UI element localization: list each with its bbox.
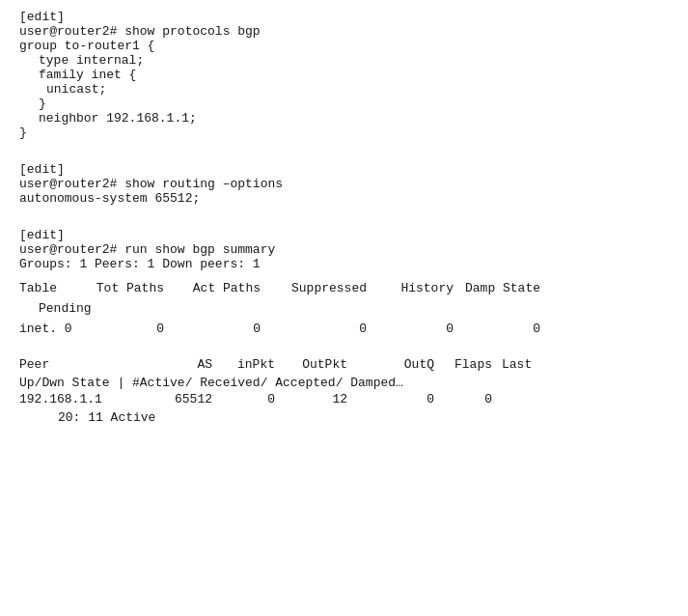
line: user@router2# show protocols bgp [19, 24, 669, 39]
peer-subheader: Up/Dwn State | #Active/ Received/ Accept… [19, 376, 669, 390]
cell-tot: 0 [87, 320, 174, 340]
col-header-inpkt: inPkt [222, 355, 285, 376]
col-header-last: Last [502, 355, 550, 376]
col-header-act: Act Paths [174, 279, 270, 299]
cell-inpkt: 0 [222, 390, 285, 410]
col-header-as: AS [145, 355, 222, 376]
cell-peer: 192.168.1.1 [19, 390, 145, 410]
bgp-summary-table: Table Tot Paths Act Paths Suppressed His… [19, 279, 669, 339]
peer-table: Peer AS inPkt OutPkt OutQ Flaps Last Up/… [19, 355, 669, 425]
cell-outq: 0 [357, 390, 444, 410]
section-bgp-protocols: [edit] user@router2# show protocols bgp … [19, 10, 669, 140]
cell-hist: 0 [376, 320, 463, 340]
col-header-pending: Pending [19, 299, 96, 320]
cell-act: 0 [174, 320, 270, 340]
cell-flaps: 0 [444, 390, 502, 410]
section-routing-options: [edit] user@router2# show routing –optio… [19, 162, 669, 206]
line: [edit] [19, 162, 669, 177]
cell-outpkt: 12 [285, 390, 357, 410]
table-data-row: inet. 0 0 0 0 0 0 [19, 320, 669, 340]
col-header-sup: Suppressed [270, 279, 376, 299]
cell-sup: 0 [270, 320, 376, 340]
cell-as: 65512 [145, 390, 222, 410]
cell-damp: 0 [463, 320, 550, 340]
line: neighbor 192.168.1.1; [19, 111, 669, 126]
line: unicast; [19, 82, 669, 97]
line: Groups: 1 Peers: 1 Down peers: 1 [19, 257, 669, 271]
col-header-flaps: Flaps [444, 355, 502, 376]
line: type internal; [19, 53, 669, 68]
peer-state-line: 20: 11 Active [19, 410, 669, 425]
col-header-tot: Tot Paths [87, 279, 174, 299]
col-header-outq: OutQ [357, 355, 444, 376]
line: } [19, 126, 669, 140]
line: } [19, 97, 669, 111]
line: [edit] [19, 228, 669, 242]
col-header-peer: Peer [19, 355, 145, 376]
cell-table: inet. 0 [19, 320, 87, 340]
line: [edit] [19, 10, 669, 24]
peer-data-row: 192.168.1.1 65512 0 12 0 0 [19, 390, 669, 410]
line: family inet { [19, 68, 669, 82]
section-bgp-summary: [edit] user@router2# run show bgp summar… [19, 228, 669, 271]
col-header-outpkt: OutPkt [285, 355, 357, 376]
terminal-output: [edit] user@router2# show protocols bgp … [19, 10, 669, 425]
table-header-row: Table Tot Paths Act Paths Suppressed His… [19, 279, 669, 299]
col-header-damp: Damp State [463, 279, 550, 299]
peer-header-row: Peer AS inPkt OutPkt OutQ Flaps Last [19, 355, 669, 376]
line: user@router2# show routing –options [19, 177, 669, 191]
line: group to-router1 { [19, 39, 669, 53]
line: autonomous-system 65512; [19, 191, 669, 206]
table-subheader-row: Pending [19, 299, 669, 320]
col-header-hist: History [376, 279, 463, 299]
line: user@router2# run show bgp summary [19, 242, 669, 257]
col-header-table: Table [19, 279, 87, 299]
